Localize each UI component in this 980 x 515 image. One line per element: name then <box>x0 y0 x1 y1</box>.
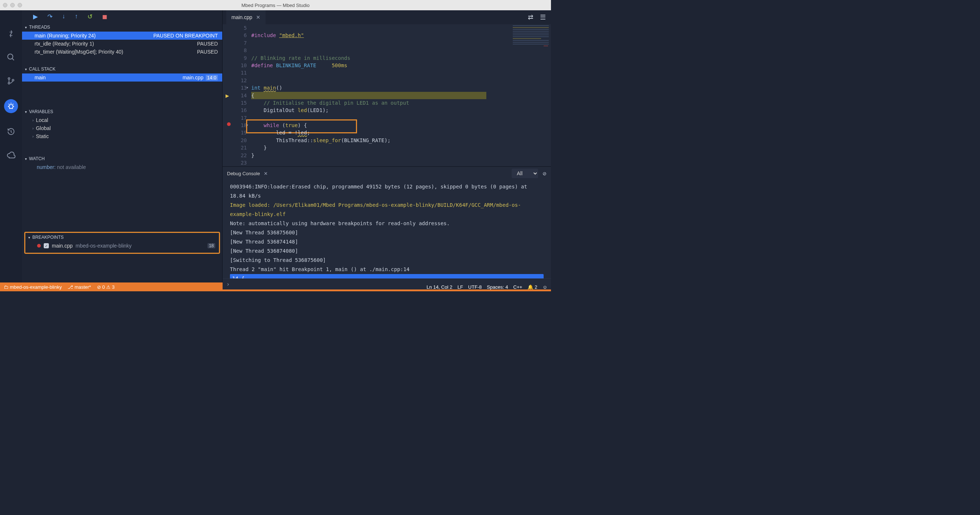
threads-header[interactable]: ▾ THREADS <box>22 23 222 32</box>
status-feedback-icon[interactable]: ☺ <box>542 285 547 290</box>
console-tab-label: Debug Console <box>227 171 260 176</box>
cloud-icon[interactable] <box>6 150 16 160</box>
callstack-row[interactable]: mainmain.cpp14:0 <box>22 73 222 81</box>
continue-button[interactable]: ▶ <box>33 13 38 21</box>
compare-icon[interactable]: ⇄ <box>528 13 533 21</box>
search-icon[interactable] <box>6 52 16 62</box>
svg-point-0 <box>8 54 13 59</box>
variables-label: VARIABLES <box>29 109 53 114</box>
editor-area: main.cpp ✕ ⇄ ☰ 5678910111213141516171819… <box>222 10 551 283</box>
watch-label: WATCH <box>29 156 45 161</box>
svg-point-1 <box>8 78 10 79</box>
variables-header[interactable]: ▾ VARIABLES <box>22 107 222 116</box>
chevron-down-icon: ▾ <box>25 110 27 114</box>
prompt-icon: › <box>226 281 230 288</box>
source-control-icon[interactable] <box>6 76 16 86</box>
activity-bar <box>0 10 22 283</box>
status-lncol[interactable]: Ln 14, Col 2 <box>426 285 452 290</box>
stop-button[interactable]: ◼ <box>102 13 107 21</box>
console-output[interactable]: 0003946:INFO:loader:Erased chip, program… <box>223 180 551 278</box>
breakpoint-dot-icon <box>37 244 41 248</box>
clear-console-icon[interactable]: ⊘ <box>542 171 547 176</box>
debug-icon[interactable] <box>4 99 18 113</box>
chevron-down-icon: ▾ <box>25 25 27 29</box>
status-branch[interactable]: ⎇ master* <box>68 285 91 290</box>
step-into-button[interactable]: ↓ <box>62 13 65 20</box>
thread-row[interactable]: main (Running; Priority 24)PAUSED ON BRE… <box>22 32 222 40</box>
watch-header[interactable]: ▾ WATCH <box>22 154 222 163</box>
code-editor[interactable]: 567891011121314151617181920212223 #inclu… <box>223 24 551 166</box>
status-project[interactable]: 🗀 mbed-os-example-blinky <box>4 285 62 290</box>
close-icon[interactable]: ✕ <box>256 14 261 20</box>
breakpoints-panel: ▾ BREAKPOINTS ✓ main.cpp mbed-os-example… <box>24 232 220 254</box>
logo-icon[interactable] <box>6 29 16 39</box>
status-eol[interactable]: LF <box>457 285 463 290</box>
restart-button[interactable]: ↺ <box>88 13 92 21</box>
callstack-label: CALL STACK <box>29 67 56 72</box>
svg-point-2 <box>8 82 10 84</box>
callstack-header[interactable]: ▾ CALL STACK <box>22 65 222 73</box>
debug-console-panel: Debug Console ✕ All ⊘ 0003946:INFO:loade… <box>223 166 551 289</box>
status-problems[interactable]: ⊘ 0 ⚠ 3 <box>97 285 115 290</box>
editor-tab[interactable]: main.cpp ✕ <box>226 10 266 24</box>
status-encoding[interactable]: UTF-8 <box>468 285 482 290</box>
tab-label: main.cpp <box>231 14 252 20</box>
more-icon[interactable]: ☰ <box>540 13 546 21</box>
chevron-down-icon: ▾ <box>25 157 27 161</box>
status-notifications[interactable]: 🔔 2 <box>527 285 538 290</box>
variable-scope[interactable]: ›Global <box>22 124 222 132</box>
thread-row[interactable]: rtx_timer (Waiting[MsgGet]; Priority 40)… <box>22 48 222 56</box>
close-icon[interactable]: ✕ <box>264 171 268 176</box>
svg-point-3 <box>12 79 14 81</box>
history-icon[interactable] <box>6 126 16 137</box>
variable-scope[interactable]: ›Local <box>22 116 222 124</box>
console-filter[interactable]: All <box>512 168 538 178</box>
breakpoint-checkbox[interactable]: ✓ <box>44 243 49 248</box>
chevron-down-icon: ▾ <box>25 67 27 71</box>
breakpoint-row[interactable]: ✓ main.cpp mbed-os-example-blinky 18 <box>25 242 219 250</box>
window-titlebar: Mbed Programs — Mbed Studio <box>0 0 551 10</box>
step-out-button[interactable]: ↑ <box>75 13 78 20</box>
breakpoints-header[interactable]: ▾ BREAKPOINTS <box>25 233 219 242</box>
status-lang[interactable]: C++ <box>513 285 522 290</box>
execution-pointer-icon: ▶ <box>226 92 229 100</box>
watch-expression[interactable]: number: not available <box>22 163 222 171</box>
threads-label: THREADS <box>29 25 50 30</box>
chevron-down-icon: ▾ <box>28 235 30 240</box>
debug-toolbar: ▶ ↷ ↓ ↑ ↺ ◼ <box>22 10 222 23</box>
step-over-button[interactable]: ↷ <box>48 13 52 21</box>
variable-scope[interactable]: ›Static <box>22 132 222 140</box>
breakpoints-label: BREAKPOINTS <box>32 235 64 240</box>
status-spaces[interactable]: Spaces: 4 <box>487 285 508 290</box>
debug-sidebar: ▶ ↷ ↓ ↑ ↺ ◼ ▾ THREADS main (Running; Pri… <box>22 10 222 283</box>
svg-point-4 <box>9 104 13 108</box>
thread-row[interactable]: rtx_idle (Ready; Priority 1)PAUSED <box>22 40 222 48</box>
editor-tabbar: main.cpp ✕ ⇄ ☰ <box>223 10 551 24</box>
window-title: Mbed Programs — Mbed Studio <box>0 3 551 8</box>
fold-icon[interactable]: ▾ <box>246 84 249 91</box>
console-tab[interactable]: Debug Console ✕ <box>227 171 268 176</box>
fold-icon[interactable]: ▾ <box>246 122 249 129</box>
